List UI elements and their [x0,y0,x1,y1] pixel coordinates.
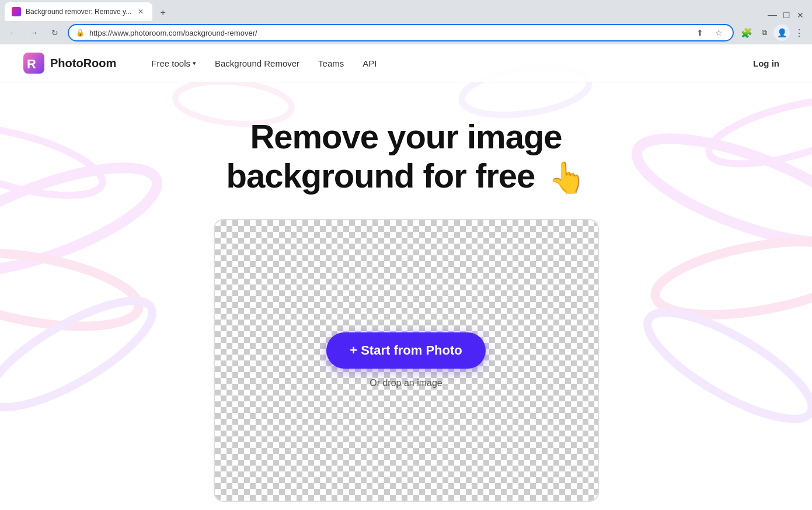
chrome-menu-button[interactable]: ⋮ [791,25,807,41]
address-bar[interactable]: 🔒 https://www.photoroom.com/background-r… [68,24,734,41]
svg-text:R: R [27,57,36,71]
tab-title: Background remover: Remove y... [26,8,131,16]
reload-button[interactable]: ↻ [47,25,63,41]
upload-area: + Start from Photo Or drop an image [214,219,599,502]
split-screen-icon[interactable]: ⧉ [756,25,772,41]
nav-right: Log in [744,54,789,73]
nav-teams[interactable]: Teams [318,58,344,68]
nav-api[interactable]: API [363,58,377,68]
checker-background[interactable]: + Start from Photo Or drop an image [215,220,598,501]
close-window-button[interactable]: ✕ [793,9,807,21]
drop-text: Or drop an image [370,378,442,388]
extensions-icon[interactable]: 🧩 [738,25,755,41]
security-lock-icon: 🔒 [76,29,85,37]
logo-icon: R [23,53,44,74]
url-text: https://www.photoroom.com/background-rem… [89,29,688,37]
hero-title-line2: background for free [226,157,535,195]
chevron-down-icon: ▾ [193,60,196,67]
toolbar-icons: 🧩 ⧉ 👤 ⋮ [738,25,807,41]
bookmark-icon[interactable]: ☆ [712,26,726,40]
profile-button[interactable]: 👤 [773,25,790,41]
nav-links: Free tools ▾ Background Remover Teams AP… [151,58,377,68]
page-content: R PhotoRoom Free tools ▾ Background Remo… [0,44,812,510]
thumbs-up-emoji: 👆 [548,161,586,196]
nav-free-tools[interactable]: Free tools ▾ [151,58,196,68]
back-button[interactable]: ← [5,25,21,41]
tab-close-button[interactable]: ✕ [136,7,145,16]
maximize-button[interactable]: ☐ [779,9,793,21]
browser-tab[interactable]: Background remover: Remove y... ✕ [5,2,152,21]
minimize-button[interactable]: — [765,9,779,21]
navigation: R PhotoRoom Free tools ▾ Background Remo… [0,44,812,82]
tab-favicon [12,7,21,16]
start-from-photo-button[interactable]: + Start from Photo [326,332,486,369]
share-icon[interactable]: ⬆ [693,26,707,40]
logo[interactable]: R PhotoRoom [23,53,116,74]
forward-button[interactable]: → [26,25,42,41]
hero-section: Remove your image background for free 👆 … [0,82,812,502]
logo-text: PhotoRoom [50,57,116,70]
address-bar-row: ← → ↻ 🔒 https://www.photoroom.com/backgr… [0,21,812,44]
nav-background-remover[interactable]: Background Remover [215,58,299,68]
hero-title-line1: Remove your image [250,117,562,155]
hero-title: Remove your image background for free 👆 [226,117,586,196]
new-tab-button[interactable]: + [155,5,171,21]
login-button[interactable]: Log in [744,54,789,73]
